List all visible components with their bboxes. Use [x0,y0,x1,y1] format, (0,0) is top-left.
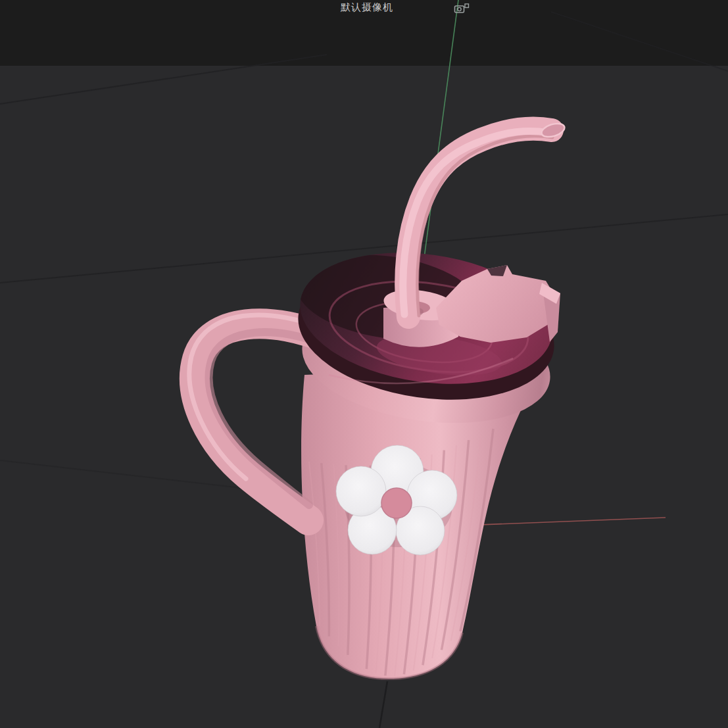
flower-center [381,488,412,518]
camera-name-label: 默认摄像机 [341,1,393,14]
app-window: 默认摄像机 [0,0,728,728]
viewport-canvas[interactable] [0,0,728,728]
camera-icon[interactable] [454,3,470,14]
flower-petal [336,466,386,516]
